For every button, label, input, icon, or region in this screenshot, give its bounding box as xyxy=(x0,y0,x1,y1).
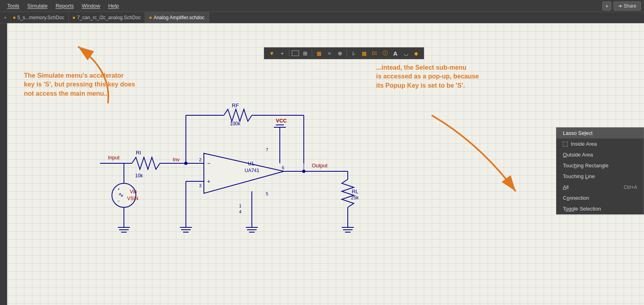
ctx-inside-area-label: Inside Area xyxy=(571,141,597,147)
svg-text:3: 3 xyxy=(199,183,201,188)
svg-text:RI: RI xyxy=(136,150,141,156)
context-menu: Lasso Select Inside Area Outside Area To… xyxy=(556,127,644,215)
ctx-all[interactable]: All Ctrl+A xyxy=(556,182,644,193)
svg-text:+: + xyxy=(118,187,120,191)
svg-text:6: 6 xyxy=(282,165,284,170)
tab-1[interactable]: ■ 7_can_rc_i2c_analog.SchDoc xyxy=(69,12,146,23)
tab-label-2: Analog Amplifier.schdoc xyxy=(154,15,204,20)
tab-0[interactable]: ■ 5_s...memory.SchDoc xyxy=(9,12,68,23)
ctx-connection-label: Connection xyxy=(563,195,589,201)
divider-3 xyxy=(347,50,347,57)
svg-text:RL: RL xyxy=(352,189,359,195)
add-icon[interactable]: + xyxy=(278,49,287,58)
menu-tools[interactable]: Tools xyxy=(3,1,23,10)
rect-tool[interactable] xyxy=(292,50,299,56)
ctx-outside-area[interactable]: Outside Area xyxy=(556,149,644,160)
svg-text:100k: 100k xyxy=(230,121,241,126)
svg-text:U1: U1 xyxy=(248,161,254,167)
annotation-left-text: The Simulate menu's accelerator key is '… xyxy=(24,72,135,97)
svg-text:∿: ∿ xyxy=(118,191,124,198)
block-icon[interactable]: ▩ xyxy=(360,49,369,58)
svg-point-52 xyxy=(112,183,136,207)
close-tab-button[interactable]: × xyxy=(2,14,9,21)
menubar: Tools Simulate Reports Window Help + ➜ S… xyxy=(0,0,644,12)
cross-icon[interactable]: ⊕ xyxy=(335,49,344,58)
text-icon[interactable]: A xyxy=(391,49,400,58)
d1-icon[interactable]: D1 xyxy=(370,49,379,58)
ctx-lasso-select-label: Lasso Select xyxy=(563,130,592,136)
ctx-connection[interactable]: Connection xyxy=(556,193,644,203)
svg-text:Output: Output xyxy=(312,163,327,169)
ctx-all-shortcut: Ctrl+A xyxy=(624,185,637,190)
ctx-touching-line[interactable]: Touching Line xyxy=(556,171,644,182)
layer-icon[interactable]: ▦ xyxy=(315,49,323,58)
tab-icon-0: ■ xyxy=(13,15,15,20)
arc-icon[interactable]: ◡ xyxy=(401,49,410,58)
inside-area-checkbox xyxy=(563,142,568,146)
share-arrow-icon: ➜ xyxy=(618,3,622,9)
annotation-right-text: ...intead, the Select sub-menu is access… xyxy=(376,64,479,89)
svg-text:Input: Input xyxy=(108,155,120,161)
share-area: + ➜ Share xyxy=(602,2,641,10)
svg-text:1: 1 xyxy=(239,203,241,208)
svg-text:Vin: Vin xyxy=(130,189,137,195)
menu-reports[interactable]: Reports xyxy=(52,1,78,10)
ctx-outside-area-label: Outside Area xyxy=(563,152,593,158)
menu-window[interactable]: Window xyxy=(78,1,104,10)
ctx-touching-rect[interactable]: Touching Rectangle xyxy=(556,160,644,171)
plus-button[interactable]: + xyxy=(602,2,611,10)
svg-text:7: 7 xyxy=(266,147,268,152)
ctx-lasso-select[interactable]: Lasso Select xyxy=(556,128,644,138)
ctx-toggle-selection-label: Toggle Selection xyxy=(563,206,601,212)
tab-icon-1: ■ xyxy=(73,15,75,20)
tab-2[interactable]: ■ Analog Amplifier.schdoc xyxy=(145,12,209,23)
share-button[interactable]: ➜ Share xyxy=(614,2,641,10)
ctx-touching-rect-label: Touching Rectangle xyxy=(563,163,608,169)
svg-marker-18 xyxy=(204,153,284,193)
canvas-area[interactable]: ▼ + ⊞ ▦ ≈ ⊕ |ᵤ ▩ D1 ⓘ A ◡ ◆ The Simulate… xyxy=(0,23,644,305)
wave-icon[interactable]: ≈ xyxy=(325,49,334,58)
svg-text:5: 5 xyxy=(266,191,268,196)
svg-text:VSIN: VSIN xyxy=(127,196,138,201)
ctx-inside-area-row: Inside Area xyxy=(563,141,597,147)
svg-text:−: − xyxy=(118,199,120,203)
tab-label-0: 5_s...memory.SchDoc xyxy=(17,15,64,20)
menu-simulate[interactable]: Simulate xyxy=(23,1,52,10)
info-icon[interactable]: ⓘ xyxy=(381,49,389,58)
left-sidebar xyxy=(0,23,7,305)
svg-text:4: 4 xyxy=(239,209,241,214)
svg-text:2: 2 xyxy=(199,157,201,162)
share-label: Share xyxy=(624,3,636,9)
menu-help[interactable]: Help xyxy=(104,1,123,10)
divider-1 xyxy=(289,50,289,57)
ctx-all-label: All xyxy=(563,184,568,190)
ctx-toggle-selection[interactable]: Toggle Selection xyxy=(556,203,644,214)
svg-text:VCC: VCC xyxy=(276,118,287,124)
annotation-right: ...intead, the Select sub-menu is access… xyxy=(376,63,516,90)
svg-text:−: − xyxy=(207,160,210,167)
text-m-icon[interactable]: |ᵤ xyxy=(349,49,358,58)
annotation-left: The Simulate menu's accelerator key is '… xyxy=(24,71,144,98)
ctx-inside-area[interactable]: Inside Area xyxy=(556,138,644,149)
toolbar: ▼ + ⊞ ▦ ≈ ⊕ |ᵤ ▩ D1 ⓘ A ◡ ◆ xyxy=(264,47,424,59)
svg-text:RF: RF xyxy=(232,102,239,108)
svg-text:10k: 10k xyxy=(135,173,143,179)
svg-text:25k: 25k xyxy=(351,195,359,201)
svg-text:Inv: Inv xyxy=(173,157,180,163)
tabbar: × ■ 5_s...memory.SchDoc ■ 7_can_rc_i2c_a… xyxy=(0,12,644,23)
diamond-icon[interactable]: ◆ xyxy=(412,49,421,58)
tab-icon-2: ■ xyxy=(149,15,152,20)
svg-text:UA741: UA741 xyxy=(245,168,259,173)
grid-icon[interactable]: ⊞ xyxy=(301,49,309,58)
filter-icon[interactable]: ▼ xyxy=(267,49,276,58)
svg-text:+: + xyxy=(207,178,210,185)
tab-label-1: 7_can_rc_i2c_analog.SchDoc xyxy=(77,15,141,20)
divider-2 xyxy=(312,50,312,57)
circuit-diagram: VCC RF 100k RI 10k Inv Input xyxy=(100,47,400,271)
ctx-touching-line-label: Touching Line xyxy=(563,173,595,179)
